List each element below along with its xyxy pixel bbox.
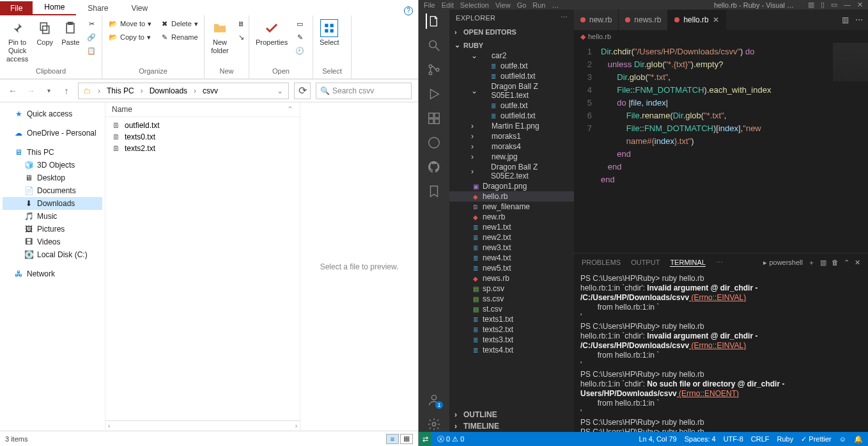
nav-pictures[interactable]: 🖼Pictures: [3, 223, 102, 235]
edit-button[interactable]: ✎: [293, 31, 307, 43]
tree-item[interactable]: ≣texts2.txt: [449, 324, 574, 335]
tree-item[interactable]: ›moraks4: [449, 141, 574, 152]
add-terminal-icon[interactable]: ＋: [808, 258, 815, 267]
tree-item[interactable]: ▤sp.csv: [449, 283, 574, 294]
remote-icon[interactable]: [426, 135, 442, 150]
history-button[interactable]: 🕘: [293, 45, 307, 56]
file-row[interactable]: 🗎texts0.txt: [105, 131, 300, 143]
eol[interactable]: CRLF: [751, 435, 770, 443]
tree-item[interactable]: ≣new5.txt: [449, 263, 574, 273]
prettier-status[interactable]: ✓ Prettier: [801, 435, 832, 443]
tree-item[interactable]: ≣outfe.txt: [449, 100, 574, 111]
terminal-body[interactable]: PS C:\Users\HP\Ruby> ruby hello.rbhello.…: [574, 271, 868, 432]
paste-shortcut-button[interactable]: 📋: [84, 45, 98, 56]
explorer-icon[interactable]: [426, 13, 441, 29]
details-view-button[interactable]: ≡: [386, 434, 399, 444]
file-row[interactable]: 🗎outfield.txt: [105, 120, 300, 131]
rename-button[interactable]: ✎Rename: [157, 31, 201, 43]
forward-button[interactable]: →: [24, 84, 37, 97]
paste-button[interactable]: Paste: [59, 18, 82, 48]
source-control-icon[interactable]: [426, 62, 442, 77]
tree-item[interactable]: ≣texts1.txt: [449, 314, 574, 324]
tree-item[interactable]: ◆new.rb: [449, 212, 574, 222]
more-icon[interactable]: ⋯: [561, 13, 568, 22]
feedback-icon[interactable]: ☺: [839, 435, 846, 443]
tree-item[interactable]: ⌄Dragon Ball Z S05E1.text: [449, 81, 574, 100]
run-debug-icon[interactable]: [426, 86, 442, 102]
new-item-button[interactable]: 🗎: [234, 18, 248, 29]
nav-onedrive[interactable]: ☁OneDrive - Personal: [3, 127, 102, 139]
editor-tab[interactable]: hello.rb✕: [668, 10, 725, 30]
open-button[interactable]: ▭: [293, 18, 307, 29]
layout-icon[interactable]: ▥: [808, 1, 814, 9]
menu-file[interactable]: File: [424, 1, 435, 9]
more-icon[interactable]: ⋯: [716, 259, 723, 267]
easy-access-button[interactable]: ↘: [234, 31, 248, 43]
remote-indicator[interactable]: ⇄: [419, 432, 432, 446]
new-folder-button[interactable]: New folder: [208, 18, 231, 56]
layout-icon[interactable]: ▯: [821, 1, 825, 9]
search-input[interactable]: 🔍 Search csvv: [316, 83, 412, 99]
tab-share[interactable]: Share: [76, 1, 120, 15]
recent-button[interactable]: ▾: [42, 84, 55, 97]
kill-terminal-icon[interactable]: 🗑: [832, 259, 839, 266]
nav-this-pc[interactable]: 🖥This PC: [3, 146, 102, 159]
nav-local-disk-c-[interactable]: 💽Local Disk (C:): [3, 248, 102, 261]
tree-item[interactable]: ›moraks1: [449, 131, 574, 141]
tab-view[interactable]: View: [120, 1, 159, 15]
encoding[interactable]: UTF-8: [724, 435, 743, 443]
help-icon[interactable]: ?: [404, 6, 413, 15]
outline-section[interactable]: ›OUTLINE: [449, 409, 574, 420]
menu-run[interactable]: Run: [532, 1, 545, 9]
tree-item[interactable]: ›Dragon Ball Z S05E2.text: [449, 162, 574, 181]
tree-item[interactable]: ≣texts4.txt: [449, 345, 574, 355]
split-editor-icon[interactable]: ▥: [842, 15, 849, 24]
account-icon[interactable]: 1: [426, 392, 442, 408]
tree-item[interactable]: ≣texts3.txt: [449, 335, 574, 345]
sort-icon[interactable]: ⌃: [287, 105, 293, 114]
close-panel-icon[interactable]: ✕: [855, 259, 860, 267]
tree-item[interactable]: ⌄car2: [449, 51, 574, 61]
editor-breadcrumb[interactable]: ◆ hello.rb: [574, 30, 868, 43]
tab-file[interactable]: File: [0, 1, 33, 15]
menu-selection[interactable]: Selection: [460, 1, 489, 9]
minimize-icon[interactable]: —: [844, 1, 851, 9]
shell-label[interactable]: ▸ powershell: [763, 259, 803, 267]
tree-item[interactable]: ›Martin E1.png: [449, 121, 574, 131]
editor-tab[interactable]: new.rb: [574, 10, 619, 30]
copy-button[interactable]: Copy: [33, 18, 56, 48]
editor-tab[interactable]: news.rb: [619, 10, 668, 30]
nav-videos[interactable]: 🎞Videos: [3, 235, 102, 248]
thumbnails-view-button[interactable]: ▦: [400, 434, 413, 444]
chevron-down-icon[interactable]: ⌄: [274, 86, 286, 95]
copy-path-button[interactable]: 🔗: [84, 31, 98, 43]
menu-go[interactable]: Go: [517, 1, 527, 9]
menu-edit[interactable]: Edit: [442, 1, 454, 9]
indentation[interactable]: Spaces: 4: [685, 435, 716, 443]
copy-to-button[interactable]: 📂Copy to ▾: [106, 31, 153, 43]
nav-downloads[interactable]: ⬇Downloads: [3, 197, 102, 210]
open-editors-section[interactable]: ›OPEN EDITORS: [449, 27, 574, 37]
tree-item[interactable]: ≣new3.txt: [449, 243, 574, 253]
tree-item[interactable]: ≣outfield.txt: [449, 111, 574, 121]
tab-output[interactable]: OUTPUT: [631, 259, 660, 266]
extensions-icon[interactable]: [426, 111, 442, 126]
more-icon[interactable]: ⋯: [855, 15, 863, 24]
back-button[interactable]: ←: [6, 84, 19, 97]
tree-item[interactable]: ≣outfield.txt: [449, 71, 574, 81]
file-row[interactable]: 🗎texts2.txt: [105, 143, 300, 154]
nav-documents[interactable]: 📄Documents: [3, 184, 102, 197]
timeline-section[interactable]: ›TIMELINE: [449, 420, 574, 432]
tree-item[interactable]: ▤ss.csv: [449, 294, 574, 304]
close-icon[interactable]: ✕: [857, 1, 863, 9]
github-icon[interactable]: [426, 159, 442, 175]
bell-icon[interactable]: 🔔: [854, 435, 863, 443]
nav-desktop[interactable]: 🖥Desktop: [3, 171, 102, 184]
bookmark-icon[interactable]: [426, 184, 442, 199]
menu-…[interactable]: …: [552, 1, 559, 9]
up-button[interactable]: ↑: [60, 84, 73, 97]
tree-item[interactable]: ◆hello.rb: [449, 191, 574, 202]
close-icon[interactable]: ✕: [713, 15, 719, 24]
tree-item[interactable]: ≣new4.txt: [449, 253, 574, 263]
language-mode[interactable]: Ruby: [777, 435, 794, 443]
